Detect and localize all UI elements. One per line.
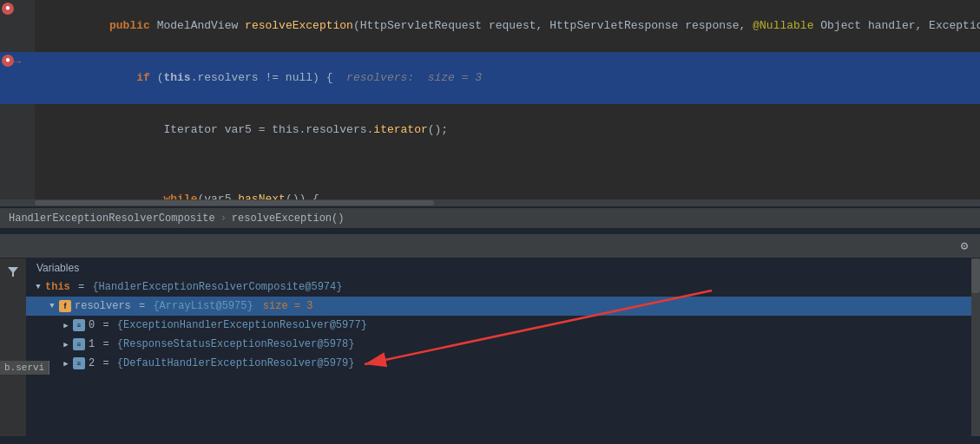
var-resolvers-content: resolvers = {ArrayList@5975} size = 3 — [75, 300, 312, 312]
expand-item0-icon: ▶ — [61, 320, 71, 330]
expand-resolvers-icon: ▼ — [47, 301, 57, 311]
code-line-4 — [0, 156, 980, 173]
variables-panel: Variables ▼ this = {HandlerExceptionReso… — [26, 258, 971, 436]
breadcrumb-separator: › — [220, 212, 227, 225]
variables-title: Variables — [26, 258, 971, 278]
debug-toolbar: ⚙ — [0, 234, 980, 258]
code-lines: ● public ModelAndView resolveException(H… — [0, 0, 980, 208]
field-icon-resolvers: f — [59, 300, 71, 312]
gutter-3 — [0, 104, 35, 156]
gutter-1: ● — [0, 0, 35, 52]
var-row-item0[interactable]: ▶ ≡ 0 = {ExceptionHandlerExceptionResolv… — [26, 316, 971, 335]
scrollbar-thumb — [35, 200, 434, 206]
expand-item1-icon: ▶ — [61, 339, 71, 349]
list-icon-1: ≡ — [73, 338, 85, 350]
var-this-label: this = {HandlerExceptionResolverComposit… — [45, 281, 342, 293]
list-icon-0: ≡ — [73, 319, 85, 331]
debug-left-sidebar — [0, 258, 26, 436]
var-item0-content: 0 = {ExceptionHandlerExceptionResolver@5… — [89, 319, 367, 331]
list-icon-2: ≡ — [73, 357, 85, 369]
debug-panel: ⚙ Variables ▼ — [0, 234, 980, 437]
code-line-2: ● → if (this.resolvers != null) { resolv… — [0, 52, 980, 104]
breadcrumb-bar: HandlerExceptionResolverComposite › reso… — [0, 208, 980, 229]
var-item2-content: 2 = {DefaultHandlerExceptionResolver@597… — [89, 357, 354, 369]
filter-button[interactable] — [3, 262, 23, 281]
code-editor: ● public ModelAndView resolveException(H… — [0, 0, 980, 208]
gear-icon[interactable]: ⚙ — [956, 238, 973, 255]
code-line-3: Iterator var5 = this.resolvers.iterator(… — [0, 104, 980, 156]
var-item1-content: 1 = {ResponseStatusExceptionResolver@597… — [89, 338, 354, 350]
variable-tree: ▼ this = {HandlerExceptionResolverCompos… — [26, 278, 971, 373]
gutter-2: ● → — [0, 52, 35, 104]
code-text-1: public ModelAndView resolveException(Htt… — [35, 0, 980, 52]
breadcrumb-class[interactable]: HandlerExceptionResolverComposite — [9, 212, 215, 225]
var-row-resolvers[interactable]: ▼ f resolvers = {ArrayList@5975} size = … — [26, 297, 971, 316]
expand-item2-icon: ▶ — [61, 358, 71, 369]
code-text-3: Iterator var5 = this.resolvers.iterator(… — [35, 104, 980, 156]
horizontal-scrollbar[interactable] — [0, 199, 980, 206]
code-line-1: ● public ModelAndView resolveException(H… — [0, 0, 980, 52]
breakpoint-icon-1[interactable]: ● — [2, 3, 14, 15]
svg-marker-0 — [8, 267, 18, 277]
tab-hint[interactable]: b.servi — [0, 361, 49, 375]
scrollbar-thumb-v — [971, 258, 980, 293]
var-row-this[interactable]: ▼ this = {HandlerExceptionResolverCompos… — [26, 278, 971, 297]
right-scrollbar[interactable] — [971, 258, 980, 436]
expand-this-icon: ▼ — [33, 282, 43, 292]
breadcrumb-method[interactable]: resolveException() — [232, 212, 345, 225]
debug-content: Variables ▼ this = {HandlerExceptionReso… — [0, 258, 980, 436]
gutter-4 — [0, 156, 35, 173]
var-row-item1[interactable]: ▶ ≡ 1 = {ResponseStatusExceptionResolver… — [26, 335, 971, 354]
breakpoint-icon-2[interactable]: ● — [2, 55, 14, 67]
code-text-4 — [35, 156, 980, 173]
code-text-2: if (this.resolvers != null) { resolvers:… — [35, 52, 980, 104]
var-row-item2[interactable]: ▶ ≡ 2 = {DefaultHandlerExceptionResolver… — [26, 354, 971, 373]
